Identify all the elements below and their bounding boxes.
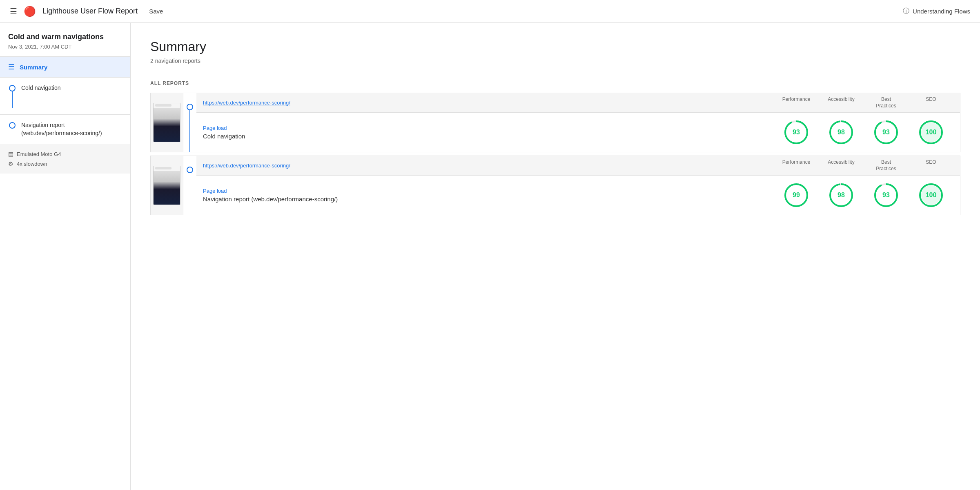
col-headers-1: Performance Accessibility BestPractices … [774,96,953,109]
nav-connector-2 [8,121,16,129]
report-row-1: https://web.dev/performance-scoring/ Per… [150,93,960,152]
score-seo-2: 100 [909,182,953,208]
header-right: ⓘ Understanding Flows [903,7,970,16]
sidebar-nav-item-nav-report[interactable]: Navigation report(web.dev/performance-sc… [0,115,130,144]
report-type-1: Page load [203,125,774,131]
score-ring-bp-1: 93 [873,119,899,145]
scores-1: 93 98 [774,119,953,145]
top-header: ☰ 🔴 Lighthouse User Flow Report Save ⓘ U… [0,0,980,23]
report-info-2: Page load Navigation report (web.dev/per… [203,188,774,203]
save-button[interactable]: Save [144,6,168,16]
score-ring-seo-2: 100 [918,182,944,208]
report-name-2[interactable]: Navigation report (web.dev/performance-s… [203,196,774,203]
score-perf-2: 99 [774,182,819,208]
header-left: ☰ 🔴 Lighthouse User Flow Report Save [10,6,903,17]
score-value-seo-2: 100 [921,185,941,205]
screenshot-thumbnail-2 [153,166,180,205]
understanding-flows-link[interactable]: Understanding Flows [913,8,970,15]
sidebar-nav-item-cold[interactable]: Cold navigation [0,78,130,115]
col-headers-2: Performance Accessibility BestPractices … [774,159,953,172]
all-reports-label: ALL REPORTS [150,80,960,86]
score-acc-2: 98 [819,182,864,208]
menu-icon[interactable]: ☰ [10,7,17,16]
report-content-2: https://web.dev/performance-scoring/ Per… [196,156,960,215]
col-seo-2: SEO [909,159,953,172]
nav-connector-1 [8,84,16,108]
sidebar-nav: Cold navigation Navigation report(web.de… [0,78,130,144]
slowdown-label: 4x slowdown [17,161,47,167]
report-body-2: Page load Navigation report (web.dev/per… [196,176,960,215]
report-body-1: Page load Cold navigation 93 [196,113,960,152]
score-value-bp-1: 93 [882,129,890,136]
project-date: Nov 3, 2021, 7:00 AM CDT [8,44,122,50]
connector-2 [183,156,196,215]
lighthouse-logo: 🔴 [24,6,36,17]
reports-container: https://web.dev/performance-scoring/ Per… [150,93,960,218]
col-accessibility-2: Accessibility [819,159,864,172]
main-content: Summary 2 navigation reports ALL REPORTS… [131,23,980,490]
report-header-2: https://web.dev/performance-scoring/ Per… [196,156,960,176]
summary-subtitle: 2 navigation reports [150,58,960,64]
device-info: ▤ Emulated Moto G4 ⚙ 4x slowdown [0,144,130,174]
connector-1 [183,93,196,152]
report-row-2: https://web.dev/performance-scoring/ Per… [150,156,960,215]
score-value-bp-2: 93 [882,192,890,199]
score-value-perf-1: 93 [793,129,800,136]
score-ring-perf-2: 99 [783,182,809,208]
col-accessibility-1: Accessibility [819,96,864,109]
main-layout: Cold and warm navigations Nov 3, 2021, 7… [0,23,980,490]
device-label: Emulated Moto G4 [17,151,61,157]
nav-item-label-2: Navigation report(web.dev/performance-sc… [21,121,102,137]
nav-line-1 [12,91,13,108]
score-bp-2: 93 [864,182,909,208]
project-info: Cold and warm navigations Nov 3, 2021, 7… [0,23,130,57]
slowdown-item: ⚙ 4x slowdown [8,160,122,167]
score-ring-acc-1: 98 [828,119,854,145]
nav-dot-1 [9,85,16,91]
score-value-acc-1: 98 [837,129,845,136]
screenshot-1 [151,93,183,152]
help-icon: ⓘ [903,7,909,16]
report-content-1: https://web.dev/performance-scoring/ Per… [196,93,960,152]
col-best-practices-1: BestPractices [864,96,909,109]
score-seo-1: 100 [909,119,953,145]
report-header-1: https://web.dev/performance-scoring/ Per… [196,93,960,113]
sidebar-summary-item[interactable]: ☰ Summary [0,57,130,78]
col-performance-1: Performance [774,96,819,109]
score-value-seo-1: 100 [921,122,941,142]
device-icon: ▤ [8,151,13,157]
device-item: ▤ Emulated Moto G4 [8,151,122,157]
app-title: Lighthouse User Flow Report [42,7,138,16]
slowdown-icon: ⚙ [8,160,13,167]
report-url-1[interactable]: https://web.dev/performance-scoring/ [203,100,774,106]
report-dot-2 [187,167,193,173]
summary-list-icon: ☰ [8,62,15,71]
report-name-1[interactable]: Cold navigation [203,133,774,140]
report-type-2: Page load [203,188,774,194]
nav-dot-2 [9,122,16,129]
score-bp-1: 93 [864,119,909,145]
summary-title: Summary [150,39,960,54]
score-ring-acc-2: 98 [828,182,854,208]
score-value-perf-2: 99 [793,192,800,199]
col-performance-2: Performance [774,159,819,172]
screenshot-thumbnail-1 [153,103,180,142]
scores-2: 99 98 [774,182,953,208]
score-perf-1: 93 [774,119,819,145]
col-seo-1: SEO [909,96,953,109]
score-value-acc-2: 98 [837,192,845,199]
report-dot-1 [187,104,193,110]
score-ring-seo-1: 100 [918,119,944,145]
summary-label: Summary [20,64,47,71]
score-ring-bp-2: 93 [873,182,899,208]
report-url-2[interactable]: https://web.dev/performance-scoring/ [203,163,774,169]
report-info-1: Page load Cold navigation [203,125,774,140]
col-best-practices-2: BestPractices [864,159,909,172]
nav-item-label-1: Cold navigation [21,84,61,92]
score-ring-perf-1: 93 [783,119,809,145]
report-line-1 [189,110,190,152]
project-title: Cold and warm navigations [8,33,122,41]
score-acc-1: 98 [819,119,864,145]
screenshot-2 [151,156,183,215]
sidebar: Cold and warm navigations Nov 3, 2021, 7… [0,23,131,490]
